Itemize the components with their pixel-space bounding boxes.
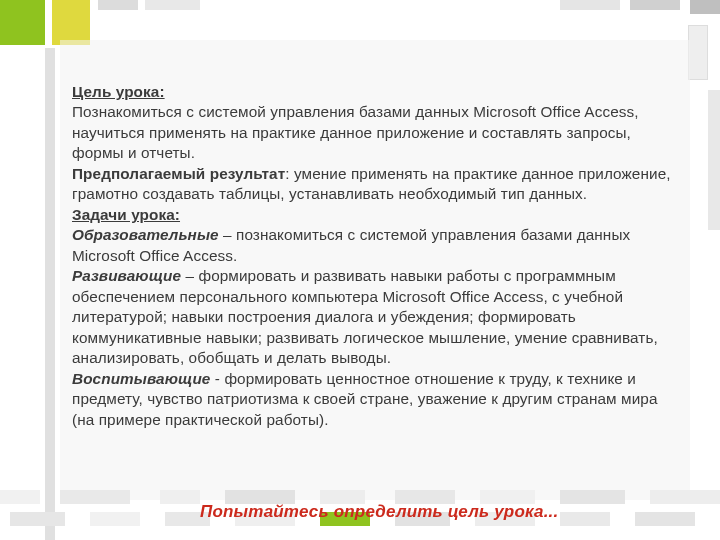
deco-cell	[160, 490, 200, 504]
deco-strip	[708, 90, 720, 230]
prompt-text: Попытайтесь определить цель урока...	[200, 502, 558, 522]
deco-block-yellow	[52, 0, 90, 45]
label-educational: Образовательные	[72, 226, 219, 243]
label-expected-result: Предполагаемый результат	[72, 165, 285, 182]
lesson-text: Цель урока: Познакомиться с системой упр…	[72, 82, 684, 430]
label-developing: Развивающие	[72, 267, 181, 284]
vertical-spine	[45, 48, 55, 540]
goal-body: Познакомиться с системой управления база…	[72, 102, 684, 163]
deco-cell	[60, 490, 130, 504]
heading-goal: Цель урока:	[72, 83, 165, 100]
deco-strip	[560, 0, 620, 10]
deco-cell	[90, 512, 140, 526]
deco-cell	[635, 512, 695, 526]
deco-block-green	[0, 0, 45, 45]
deco-cell	[560, 490, 625, 504]
deco-strip	[98, 0, 138, 10]
deco-strip	[690, 0, 720, 14]
deco-cell	[650, 490, 720, 504]
heading-tasks: Задачи урока:	[72, 206, 180, 223]
deco-cell	[10, 512, 65, 526]
deco-strip	[630, 0, 680, 10]
deco-strip	[145, 0, 200, 10]
label-upbringing: Воспитывающие	[72, 370, 210, 387]
deco-strip	[688, 25, 708, 80]
deco-cell	[0, 490, 40, 504]
deco-cell	[560, 512, 610, 526]
slide: Цель урока: Познакомиться с системой упр…	[0, 0, 720, 540]
